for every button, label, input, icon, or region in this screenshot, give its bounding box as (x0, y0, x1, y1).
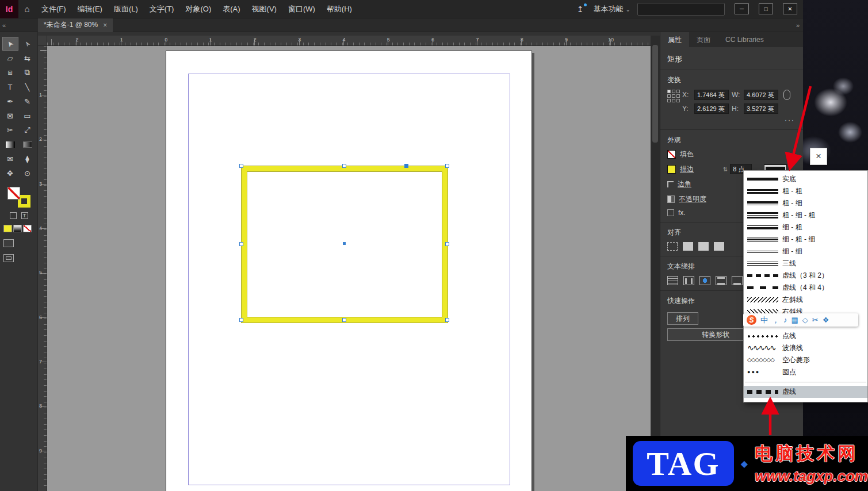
stroke-swatch[interactable] (667, 165, 676, 174)
align-key-object-icon[interactable] (667, 242, 678, 251)
fill-proxy-swatch[interactable] (7, 187, 20, 200)
rectangle-tool[interactable]: ▭ (20, 109, 36, 122)
wrap-bounding-box-icon[interactable] (683, 276, 694, 285)
stroke-style-option[interactable]: 虚线（3 和 2） (744, 270, 867, 282)
selection-handle[interactable] (239, 164, 243, 168)
selection-handle[interactable] (239, 242, 243, 246)
reference-point-proxy[interactable] (667, 90, 680, 102)
selection-handle[interactable] (445, 164, 449, 168)
gap-tool[interactable]: ⇆ (20, 51, 36, 65)
h-field[interactable]: 3.5272 英 (744, 103, 778, 114)
object-center-point[interactable] (343, 242, 346, 245)
page-tool[interactable]: ▱ (2, 51, 18, 65)
constrain-link-icon[interactable] (783, 90, 790, 100)
gradient-swatch-tool[interactable] (2, 137, 18, 151)
opacity-label[interactable]: 不透明度 (679, 194, 706, 204)
share-icon[interactable]: ↥ (574, 5, 587, 14)
panel-tab-0[interactable]: 属性 (660, 32, 689, 47)
stroke-style-option[interactable]: 点线 (744, 330, 867, 342)
dock-collapse-left-icon[interactable]: « (0, 22, 8, 29)
content-collector-tool[interactable]: ⧈ (2, 66, 18, 79)
corner-label[interactable]: 边角 (678, 179, 691, 189)
stroke-style-option[interactable]: 粗 - 细 (744, 197, 867, 209)
hand-tool[interactable]: ✥ (2, 166, 18, 180)
apply-none-swatch[interactable] (23, 225, 32, 232)
close-button[interactable]: ✕ (783, 3, 797, 14)
preview-mode-icon[interactable] (3, 254, 14, 262)
menu-item-3[interactable]: 文字(T) (144, 0, 180, 18)
toolbox-icon[interactable]: ❖ (823, 313, 829, 327)
stepper-icon[interactable]: ⇅ (723, 166, 728, 172)
direct-selection-tool[interactable]: ➢ (20, 37, 36, 51)
mic-icon[interactable]: ♪ (783, 313, 787, 327)
content-placer-tool[interactable]: ⧉ (20, 66, 36, 79)
sogou-logo[interactable]: S (747, 315, 756, 325)
maximize-button[interactable]: □ (759, 3, 773, 14)
align-left-icon[interactable] (683, 242, 693, 251)
stroke-style-option[interactable]: 虚线（4 和 4） (744, 282, 867, 294)
menu-item-1[interactable]: 编辑(E) (72, 0, 108, 18)
panel-tab-1[interactable]: 页面 (689, 32, 718, 47)
apply-gradient-swatch[interactable] (13, 225, 22, 232)
formatting-affects-container-icon[interactable] (10, 212, 17, 219)
selection-tool[interactable]: ➤ (2, 37, 18, 51)
formatting-affects-text-icon[interactable]: T (21, 212, 28, 219)
menu-item-6[interactable]: 视图(V) (246, 0, 282, 18)
stroke-style-option[interactable]: 三线 (744, 258, 867, 270)
zoom-tool[interactable]: ⊙ (20, 166, 36, 180)
search-input[interactable] (637, 3, 725, 16)
align-right-icon[interactable] (714, 242, 724, 251)
menu-item-8[interactable]: 帮助(H) (321, 0, 358, 18)
fill-swatch[interactable] (667, 150, 676, 159)
stroke-style-option[interactable]: 实底 (744, 173, 867, 185)
line-tool[interactable]: ╲ (20, 80, 36, 94)
dock-collapse-right-icon[interactable]: » (796, 22, 800, 29)
wrap-jump-object-icon[interactable] (716, 276, 726, 285)
screen-mode-icon[interactable] (3, 239, 14, 247)
punctuation-icon[interactable]: ， (772, 313, 779, 327)
menu-item-4[interactable]: 对象(O) (179, 0, 217, 18)
type-tool[interactable]: T (2, 80, 18, 94)
fx-label[interactable]: fx. (678, 209, 686, 217)
w-field[interactable]: 4.6072 英 (744, 90, 778, 100)
workspace-switcher[interactable]: 基本功能⌄ (594, 3, 630, 14)
document-tab[interactable]: *未命名-1 @ 80% × (38, 18, 113, 32)
stroke-style-option[interactable]: 左斜线 (744, 294, 867, 306)
gradient-feather-tool[interactable] (20, 137, 36, 151)
free-transform-tool[interactable]: ⤢ (20, 123, 36, 137)
floating-close-button[interactable]: × (810, 148, 827, 165)
selection-handle[interactable] (342, 164, 346, 168)
stroke-style-option[interactable]: 波浪线 (744, 342, 867, 354)
stroke-style-option[interactable]: 粗 - 细 - 粗 (744, 209, 867, 221)
frame-tool[interactable]: ⊠ (2, 109, 18, 122)
chinese-mode-icon[interactable]: 中 (760, 313, 768, 327)
wrap-object-shape-icon[interactable] (699, 276, 710, 285)
selection-handle[interactable] (239, 318, 243, 322)
menu-item-2[interactable]: 版面(L) (108, 0, 144, 18)
eyedropper-tool[interactable]: ⧫ (20, 152, 36, 166)
note-tool[interactable]: ✉ (2, 152, 18, 166)
wrap-none-icon[interactable] (667, 276, 678, 285)
tab-close-icon[interactable]: × (103, 21, 107, 29)
selection-handle-active[interactable] (404, 164, 408, 168)
selection-handle[interactable] (445, 318, 449, 322)
stroke-style-option[interactable]: 细 - 粗 (744, 221, 867, 233)
stroke-style-option[interactable]: 细 - 细 (744, 246, 867, 258)
keyboard-icon[interactable]: ▦ (791, 313, 798, 327)
apply-color-swatch[interactable] (3, 225, 12, 232)
pen-tool[interactable]: ✒ (2, 94, 18, 108)
align-center-h-icon[interactable] (698, 242, 709, 251)
y-field[interactable]: 2.6129 英 (694, 103, 729, 114)
x-field[interactable]: 1.7464 英 (694, 90, 729, 100)
stroke-style-option[interactable]: 空心菱形 (744, 354, 867, 366)
stroke-style-option[interactable]: 圆点 (744, 366, 867, 378)
stroke-style-option[interactable]: 粗 - 粗 (744, 185, 867, 197)
stroke-label[interactable]: 描边 (680, 164, 694, 174)
minimize-button[interactable]: ─ (735, 3, 749, 14)
menu-item-0[interactable]: 文件(F) (36, 0, 72, 18)
arrange-button[interactable]: 排列 (667, 312, 698, 325)
vertical-scrollbar[interactable] (651, 36, 660, 491)
menu-item-5[interactable]: 表(A) (217, 0, 246, 18)
panel-tab-2[interactable]: CC Libraries (718, 32, 771, 47)
menu-item-7[interactable]: 窗口(W) (282, 0, 321, 18)
